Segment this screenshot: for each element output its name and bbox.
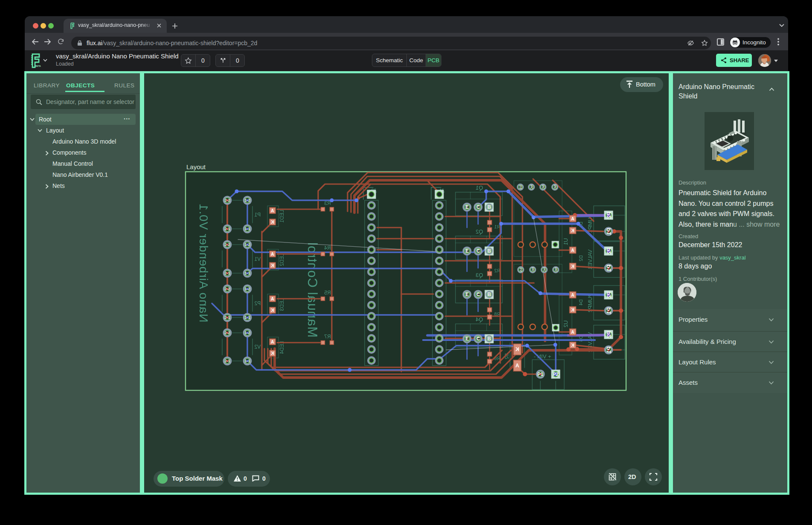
svg-text:2-1: 2-1 xyxy=(224,359,230,363)
svg-text:K: K xyxy=(271,263,274,268)
svg-text:P2: P2 xyxy=(606,331,612,338)
svg-text:Q3: Q3 xyxy=(476,272,483,278)
svg-text:2-2: 2-2 xyxy=(224,331,230,335)
svg-text:C: C xyxy=(476,336,480,342)
svg-text:E: E xyxy=(465,204,469,210)
svg-text:LED1: LED1 xyxy=(279,210,285,222)
svg-text:A: A xyxy=(271,297,274,301)
svg-text:P2: P2 xyxy=(606,248,612,254)
svg-text:R5: R5 xyxy=(324,290,331,296)
svg-text:SS: SS xyxy=(519,268,523,272)
svg-text:1-1: 1-1 xyxy=(244,315,250,320)
svg-text:Q4: Q4 xyxy=(476,316,483,323)
svg-text:P2: P2 xyxy=(254,300,261,306)
svg-text:P1: P1 xyxy=(606,346,612,353)
svg-text:V1: V1 xyxy=(254,256,261,262)
svg-text:B: B xyxy=(487,248,491,254)
svg-text:1-2: 1-2 xyxy=(244,242,250,247)
svg-text:A: A xyxy=(271,252,274,257)
svg-text:1-1: 1-1 xyxy=(244,359,250,363)
svg-text:E: E xyxy=(465,248,469,254)
svg-text:C: C xyxy=(476,248,480,254)
svg-text:E: E xyxy=(465,336,469,342)
svg-text:NC: NC xyxy=(542,268,546,272)
svg-text:1-2: 1-2 xyxy=(244,331,250,335)
svg-text:B: B xyxy=(487,336,491,342)
svg-text:R7: R7 xyxy=(324,334,331,340)
svg-text:NC: NC xyxy=(530,185,534,190)
svg-text:C: C xyxy=(476,291,480,297)
svg-text:R1: R1 xyxy=(494,224,500,229)
svg-text:V2: V2 xyxy=(254,344,261,350)
svg-text:1-2: 1-2 xyxy=(244,287,250,291)
svg-text:NC: NC xyxy=(554,268,558,272)
svg-text:P1: P1 xyxy=(254,212,261,218)
svg-text:K: K xyxy=(571,343,574,348)
svg-text:A: A xyxy=(571,293,574,297)
svg-text:NC: NC xyxy=(531,268,535,272)
svg-text:R4: R4 xyxy=(324,245,331,251)
svg-text:LED2: LED2 xyxy=(279,253,285,266)
svg-text:A: A xyxy=(515,363,519,369)
svg-text:2-2: 2-2 xyxy=(224,287,230,291)
svg-text:2-2: 2-2 xyxy=(224,198,230,202)
svg-text:A: A xyxy=(271,208,274,213)
svg-text:R2: R2 xyxy=(494,268,500,273)
svg-text:SS: SS xyxy=(519,185,522,189)
svg-text:NC: NC xyxy=(553,185,557,190)
svg-text:A: A xyxy=(571,248,574,253)
svg-text:K: K xyxy=(571,308,574,312)
svg-text:LED3: LED3 xyxy=(279,298,285,311)
svg-text:R3: R3 xyxy=(324,200,331,206)
svg-text:K: K xyxy=(515,346,519,352)
svg-text:K: K xyxy=(571,264,574,269)
svg-text:K: K xyxy=(271,308,274,313)
svg-text:K: K xyxy=(271,351,274,356)
svg-text:D4: D4 xyxy=(578,299,583,305)
svg-text:Manual Control: Manual Control xyxy=(305,242,320,338)
svg-text:P2: P2 xyxy=(606,212,612,219)
svg-text:BETA: BETA xyxy=(35,65,41,67)
svg-text:D2: D2 xyxy=(578,255,583,261)
svg-text:B: B xyxy=(487,291,491,297)
svg-text:P2: P2 xyxy=(606,291,612,298)
svg-text:Nano Airbender V0.1: Nano Airbender V0.1 xyxy=(197,204,210,323)
svg-text:2-2: 2-2 xyxy=(224,242,230,247)
svg-text:A: A xyxy=(571,216,574,221)
svg-text:C: C xyxy=(476,204,480,210)
svg-text:2-1: 2-1 xyxy=(224,315,230,320)
svg-text:K: K xyxy=(571,228,574,233)
svg-text:Layout: Layout xyxy=(186,163,206,170)
svg-text:Q2: Q2 xyxy=(476,228,483,235)
svg-text:2-1: 2-1 xyxy=(224,227,230,231)
svg-text:P1: P1 xyxy=(537,372,543,377)
svg-text:U2: U2 xyxy=(563,320,569,328)
svg-text:NC: NC xyxy=(541,185,545,190)
svg-text:P2: P2 xyxy=(553,372,558,377)
svg-text:1-2: 1-2 xyxy=(244,198,250,202)
svg-text:P1: P1 xyxy=(606,228,612,235)
svg-text:1-1: 1-1 xyxy=(244,271,250,275)
svg-text:U1: U1 xyxy=(563,238,569,245)
svg-text:1-1: 1-1 xyxy=(244,227,250,231)
svg-text:2-1: 2-1 xyxy=(224,271,230,275)
svg-text:P1: P1 xyxy=(606,307,612,314)
svg-text:Q1: Q1 xyxy=(476,185,483,191)
svg-text:P1: P1 xyxy=(606,265,612,271)
svg-text:K: K xyxy=(271,220,274,225)
svg-text:B: B xyxy=(487,204,491,210)
svg-text:A: A xyxy=(271,340,274,344)
svg-text:E: E xyxy=(465,291,469,297)
svg-text:A: A xyxy=(571,330,574,335)
